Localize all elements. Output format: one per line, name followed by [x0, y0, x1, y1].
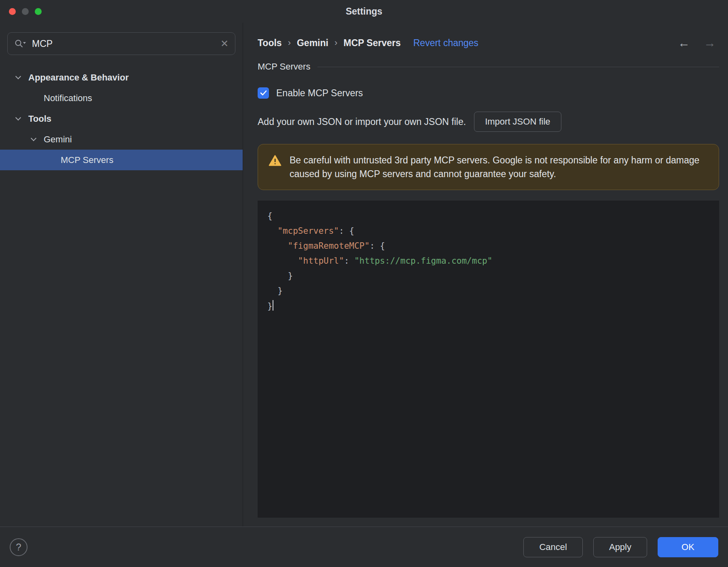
code-line: } [267, 298, 709, 314]
footer: ? Cancel Apply OK [0, 527, 728, 567]
text-caret [273, 300, 273, 311]
apply-button[interactable]: Apply [593, 537, 647, 557]
titlebar: Settings [0, 0, 728, 23]
content-pane: Tools › Gemini › MCP Servers Revert chan… [243, 23, 728, 527]
code-line: "mcpServers": { [267, 224, 709, 239]
import-instruction-text: Add your own JSON or import your own JSO… [258, 116, 466, 127]
sidebar-item-label: MCP Servers [61, 155, 113, 165]
code-line: "figmaRemoteMCP": { [267, 239, 709, 254]
ok-button[interactable]: OK [658, 537, 718, 557]
checkmark-icon [260, 90, 267, 96]
breadcrumb-separator: › [334, 38, 337, 48]
revert-changes-link[interactable]: Revert changes [413, 38, 478, 49]
sidebar-item-mcp-servers[interactable]: MCP Servers [0, 150, 243, 170]
code-line: } [267, 284, 709, 298]
sidebar: MCP ✕ Appearance & Behavior Notification… [0, 23, 243, 527]
enable-mcp-servers-label[interactable]: Enable MCP Servers [276, 88, 363, 99]
forward-arrow-icon[interactable]: → [704, 37, 716, 49]
sidebar-item-gemini[interactable]: Gemini [0, 129, 243, 150]
import-json-file-button[interactable]: Import JSON file [474, 112, 561, 132]
warning-banner: Be careful with untrusted 3rd party MCP … [258, 144, 719, 190]
settings-tree: Appearance & Behavior Notifications Tool… [0, 67, 243, 170]
sidebar-item-label: Appearance & Behavior [28, 72, 129, 83]
settings-window: Settings MCP ✕ Appearance & Behavior [0, 0, 728, 567]
sidebar-item-label: Tools [28, 114, 51, 124]
sidebar-item-notifications[interactable]: Notifications [0, 88, 243, 108]
warning-triangle-icon [269, 154, 281, 167]
breadcrumb-gemini[interactable]: Gemini [297, 38, 328, 49]
breadcrumb-tools[interactable]: Tools [258, 38, 282, 49]
json-editor-lines: { "mcpServers": { "figmaRemoteMCP": { "h… [267, 209, 709, 314]
close-button[interactable] [9, 8, 16, 15]
footer-buttons: Cancel Apply OK [523, 537, 718, 557]
json-editor[interactable]: { "mcpServers": { "figmaRemoteMCP": { "h… [258, 201, 719, 518]
breadcrumb: Tools › Gemini › MCP Servers Revert chan… [258, 35, 719, 51]
code-line: } [267, 269, 709, 284]
minimize-button[interactable] [22, 8, 29, 15]
main-area: MCP ✕ Appearance & Behavior Notification… [0, 23, 728, 527]
sidebar-item-tools[interactable]: Tools [0, 108, 243, 129]
window-title: Settings [346, 6, 383, 17]
section-divider [317, 67, 719, 67]
code-line: { [267, 209, 709, 224]
enable-mcp-servers-checkbox[interactable] [258, 87, 269, 99]
clear-search-icon[interactable]: ✕ [220, 39, 229, 49]
sidebar-item-label: Notifications [44, 93, 92, 104]
enable-mcp-servers-row: Enable MCP Servers [258, 87, 719, 99]
breadcrumb-separator: › [288, 38, 291, 48]
traffic-lights [9, 0, 42, 23]
back-arrow-icon[interactable]: ← [678, 37, 690, 49]
cancel-button[interactable]: Cancel [523, 537, 582, 557]
zoom-button[interactable] [35, 8, 42, 15]
help-button[interactable]: ? [10, 538, 28, 556]
warning-text: Be careful with untrusted 3rd party MCP … [290, 153, 708, 181]
code-line: "httpUrl": "https://mcp.figma.com/mcp" [267, 254, 709, 269]
search-icon[interactable] [14, 39, 26, 49]
help-icon: ? [16, 542, 21, 553]
history-nav: ← → [678, 37, 719, 49]
search-input[interactable]: MCP ✕ [7, 32, 235, 55]
chevron-down-icon[interactable] [15, 114, 21, 120]
chevron-down-icon[interactable] [31, 135, 36, 141]
chevron-down-icon[interactable] [15, 73, 21, 79]
search-value: MCP [32, 38, 53, 49]
sidebar-item-appearance-behavior[interactable]: Appearance & Behavior [0, 67, 243, 88]
breadcrumb-mcp-servers: MCP Servers [343, 38, 401, 49]
section-header: MCP Servers [258, 61, 719, 72]
section-title: MCP Servers [258, 61, 310, 72]
sidebar-item-label: Gemini [44, 134, 72, 145]
import-row: Add your own JSON or import your own JSO… [258, 112, 719, 132]
